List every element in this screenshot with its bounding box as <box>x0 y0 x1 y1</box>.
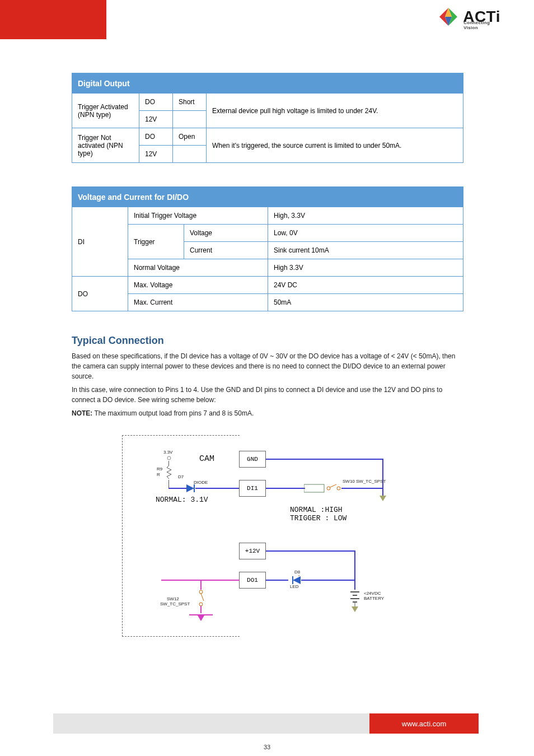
wiring-diagram: CAM 3.3V R9 R D7 DIODE NORMAL: 3.1V GND … <box>122 435 407 637</box>
svg-point-22 <box>199 603 203 606</box>
diagram-label: SW12 <box>167 596 179 601</box>
table-row: Max. Current 50mA <box>72 294 463 311</box>
section-title: Typical Connection <box>72 335 463 347</box>
diagram-label: CAM <box>199 454 214 464</box>
pin-di1: DI1 <box>239 480 266 497</box>
table-header: Voltage and Current for DI/DO <box>72 187 463 207</box>
diagram-label: NORMAL: 3.1V <box>156 496 208 504</box>
table-row: Trigger Activated (NPN type) DO Short Ex… <box>72 94 463 111</box>
table-header: Digital Output <box>72 73 463 94</box>
paragraph: In this case, wire connection to Pins 1 … <box>72 385 463 405</box>
svg-point-20 <box>199 590 203 594</box>
diagram-label: LED <box>290 584 299 589</box>
table-row: Trigger Voltage Low, 0V <box>72 225 463 242</box>
paragraph: Based on these specifications, if the DI… <box>72 351 463 381</box>
page-number: 33 <box>264 744 270 750</box>
svg-marker-5 <box>186 484 194 492</box>
svg-line-19 <box>298 575 302 576</box>
pin-gnd: GND <box>239 451 266 468</box>
svg-point-10 <box>337 487 340 490</box>
footer: www.acti.com <box>53 713 479 734</box>
diagram-label: <24VDC BATTERY <box>364 591 384 601</box>
footer-url: www.acti.com <box>369 713 479 734</box>
svg-line-21 <box>201 594 204 601</box>
brand-logo: ACTi Connecting Vision <box>437 6 500 28</box>
pin-12v: +12V <box>239 543 266 559</box>
note: NOTE: The maximum output load from pins … <box>72 408 463 418</box>
note-label: NOTE: <box>72 409 92 417</box>
diagram-label: SW10 SW_TC_SPST <box>343 479 386 484</box>
diagram-label: NORMAL :HIGH TRIGGER : LOW <box>290 506 346 522</box>
svg-line-9 <box>330 484 336 487</box>
header-red-accent <box>0 0 106 39</box>
pin-do1: DO1 <box>239 572 266 589</box>
table-row: Normal Voltage High 3.3V <box>72 259 463 277</box>
digital-output-table: Digital Output Trigger Activated (NPN ty… <box>72 73 463 163</box>
diagram-label: D8 <box>294 570 300 575</box>
brand-name: ACTi Connecting Vision <box>463 8 500 26</box>
diagram-label: 3.3V <box>163 450 172 455</box>
table-row: DO Max. Voltage 24V DC <box>72 277 463 294</box>
svg-marker-16 <box>293 576 301 584</box>
diagram-label: R <box>157 472 160 477</box>
svg-rect-7 <box>304 484 324 492</box>
diagram-label: D7 <box>178 474 184 479</box>
logo-mark-icon <box>437 6 460 28</box>
svg-point-4 <box>167 456 171 460</box>
svg-point-8 <box>327 487 330 490</box>
diagram-label: R9 <box>157 466 162 472</box>
diagram-label: SW_TC_SPST <box>160 601 190 606</box>
voltage-current-table: Voltage and Current for DI/DO DI Initial… <box>72 186 463 311</box>
table-row: Trigger Not activated (NPN type) DO Open… <box>72 128 463 146</box>
table-row: DI Initial Trigger Voltage High, 3.3V <box>72 207 463 225</box>
